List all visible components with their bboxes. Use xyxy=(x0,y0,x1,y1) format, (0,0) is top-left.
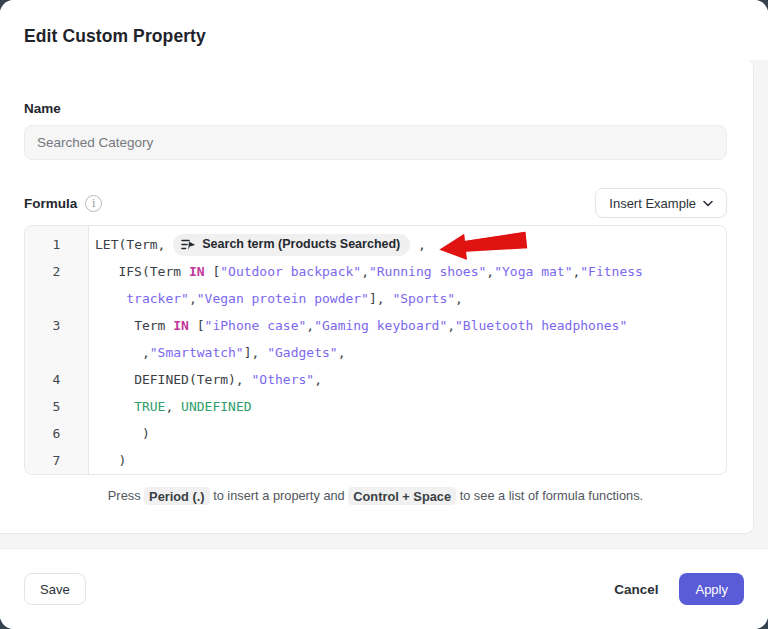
code-row: ) xyxy=(95,447,718,474)
code-row: LET(Term, Search term (Products Searched… xyxy=(95,231,718,258)
code-row: TRUE, UNDEFINED xyxy=(95,393,718,420)
code-row: ,"Smartwatch"], "Gadgets", xyxy=(95,339,718,366)
code-segment: "Vegan protein powder" xyxy=(197,291,369,306)
line-number xyxy=(25,339,88,366)
apply-button[interactable]: Apply xyxy=(679,573,744,605)
code-segment: IN xyxy=(189,264,205,279)
editor-hint: Press Period (.) to insert a property an… xyxy=(24,488,727,503)
code-segment: ], xyxy=(369,291,392,306)
code-segment: TRUE xyxy=(134,399,165,414)
code-row: Term IN ["iPhone case","Gaming keyboard"… xyxy=(95,312,718,339)
code-segment: , xyxy=(306,318,314,333)
line-number: 4 xyxy=(25,366,88,393)
line-number: 7 xyxy=(25,447,88,474)
cancel-button[interactable]: Cancel xyxy=(614,582,658,597)
editor-gutter: 1234567 xyxy=(25,226,89,474)
formula-label: Formula xyxy=(24,196,77,211)
code-segment: "Bluetooth headphones" xyxy=(455,318,627,333)
code-segment: UNDEFINED xyxy=(181,399,251,414)
formula-editor[interactable]: 1234567 LET(Term, Search term (Products … xyxy=(24,225,727,475)
name-label: Name xyxy=(24,101,727,116)
dialog-footer: Save Cancel Apply xyxy=(0,548,768,629)
info-circle-icon[interactable]: i xyxy=(85,195,102,212)
line-number: 6 xyxy=(25,420,88,447)
code-row: tracker","Vegan protein powder"], "Sport… xyxy=(95,285,718,312)
dialog-body: Name Formula i Insert Example 1234567 LE… xyxy=(0,60,768,548)
code-segment: ], xyxy=(244,345,267,360)
code-segment: IN xyxy=(173,318,189,333)
code-segment: "Fitness xyxy=(580,264,643,279)
dialog-header: Edit Custom Property xyxy=(0,0,768,60)
code-segment: , xyxy=(410,237,426,252)
kbd-period: Period (.) xyxy=(144,487,209,505)
code-row: ) xyxy=(95,420,718,447)
code-segment: , xyxy=(189,291,197,306)
insert-example-button[interactable]: Insert Example xyxy=(595,188,727,218)
code-segment: "Others" xyxy=(252,372,315,387)
code-segment: ) xyxy=(118,453,126,468)
line-number: 2 xyxy=(25,258,88,285)
code-segment: tracker" xyxy=(126,291,189,306)
code-segment: "Smartwatch" xyxy=(150,345,244,360)
property-cursor-icon xyxy=(181,238,196,251)
hint-suffix: to see a list of formula functions. xyxy=(456,488,643,503)
code-segment: , xyxy=(338,345,346,360)
line-number: 3 xyxy=(25,312,88,339)
chevron-down-icon xyxy=(703,200,713,207)
code-row: IFS(Term IN ["Outdoor backpack","Running… xyxy=(95,258,718,285)
code-segment: Term xyxy=(134,318,173,333)
property-pill-label: Search term (Products Searched) xyxy=(202,231,400,258)
code-segment: , xyxy=(486,264,494,279)
line-number xyxy=(25,285,88,312)
content-panel: Name Formula i Insert Example 1234567 LE… xyxy=(0,60,754,534)
page-title: Edit Custom Property xyxy=(24,26,744,47)
line-number: 5 xyxy=(25,393,88,420)
code-segment: "iPhone case" xyxy=(205,318,307,333)
kbd-control-space: Control + Space xyxy=(348,487,456,505)
code-segment: , xyxy=(314,372,322,387)
name-input[interactable] xyxy=(24,125,727,160)
code-segment: "Gadgets" xyxy=(267,345,337,360)
code-segment: IFS(Term xyxy=(118,264,188,279)
hint-middle: to insert a property and xyxy=(210,488,349,503)
insert-example-label: Insert Example xyxy=(609,196,696,211)
code-segment: [ xyxy=(205,264,221,279)
code-segment: [ xyxy=(189,318,205,333)
formula-header-row: Formula i Insert Example xyxy=(24,188,727,218)
hint-prefix: Press xyxy=(108,488,144,503)
code-segment: "Sports" xyxy=(392,291,455,306)
code-segment: "Running shoes" xyxy=(369,264,486,279)
code-segment: "Yoga mat" xyxy=(494,264,572,279)
editor-code[interactable]: LET(Term, Search term (Products Searched… xyxy=(89,226,726,474)
code-segment: "Outdoor backpack" xyxy=(220,264,361,279)
save-button[interactable]: Save xyxy=(24,573,86,605)
code-segment: , xyxy=(447,318,455,333)
code-row: DEFINED(Term), "Others", xyxy=(95,366,718,393)
line-number: 1 xyxy=(25,231,88,258)
code-segment: , xyxy=(142,345,150,360)
code-segment: , xyxy=(455,291,463,306)
code-segment: ) xyxy=(142,426,150,441)
code-segment: "Gaming keyboard" xyxy=(314,318,447,333)
code-segment: LET(Term, xyxy=(95,237,173,252)
code-segment: DEFINED(Term), xyxy=(134,372,251,387)
code-segment: , xyxy=(361,264,369,279)
code-segment: , xyxy=(165,399,181,414)
property-pill[interactable]: Search term (Products Searched) xyxy=(173,234,410,256)
edit-custom-property-dialog: Edit Custom Property Name Formula i Inse… xyxy=(0,0,768,629)
